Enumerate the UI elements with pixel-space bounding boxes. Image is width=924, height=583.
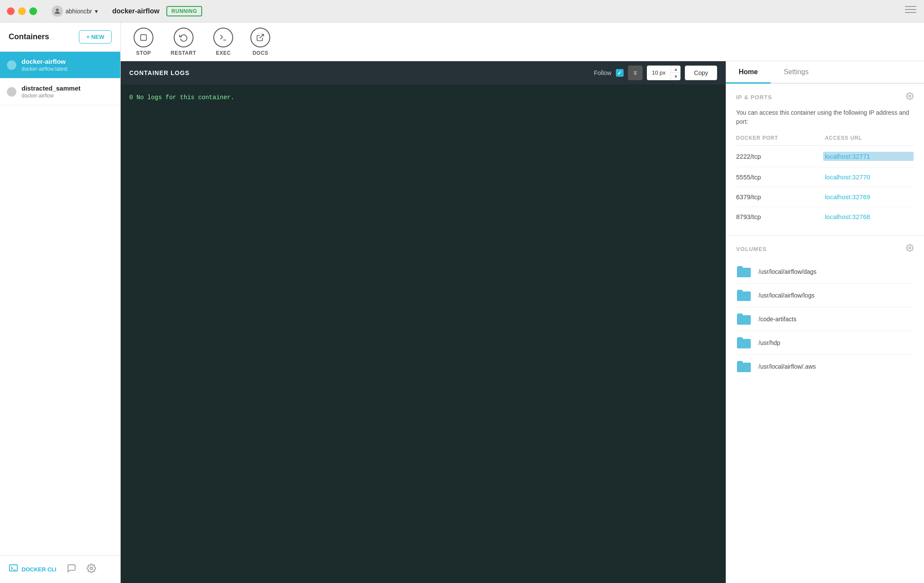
volume-path: /usr/local/airflow/dags <box>759 268 817 275</box>
new-container-button[interactable]: + NEW <box>79 30 112 44</box>
terminal-icon <box>9 564 18 575</box>
right-tabs: Home Settings <box>726 61 924 84</box>
ip-ports-header: IP & PORTS <box>736 92 914 102</box>
volume-item-logs[interactable]: /usr/local/airflow/logs <box>736 284 914 307</box>
access-url-8793[interactable]: localhost:32768 <box>825 213 914 220</box>
logs-panel: CONTAINER LOGS Follow 10 px ▲ ▼ <box>121 61 726 583</box>
svg-point-0 <box>56 9 59 11</box>
folder-icon <box>736 265 752 278</box>
docs-label: DOCS <box>253 50 268 56</box>
docker-port-5555: 5555/tcp <box>736 173 825 181</box>
px-arrows: ▲ ▼ <box>671 66 681 80</box>
avatar <box>52 6 63 17</box>
tab-settings[interactable]: Settings <box>771 61 821 84</box>
volume-path: /usr/hdp <box>759 339 780 346</box>
docker-port-2222: 2222/tcp <box>736 153 823 160</box>
toolbar: STOP RESTART EXEC DOCS <box>121 22 924 61</box>
docker-port-8793: 8793/tcp <box>736 213 825 220</box>
port-row-6379: 6379/tcp localhost:32769 <box>736 187 914 207</box>
settings-icon[interactable] <box>87 564 96 575</box>
logs-toolbar: CONTAINER LOGS Follow 10 px ▲ ▼ <box>121 61 726 85</box>
access-url-5555[interactable]: localhost:32770 <box>825 173 914 181</box>
volume-item-code-artifacts[interactable]: /code-artifacts <box>736 307 914 331</box>
container-name: docker-airflow <box>22 58 68 65</box>
px-up-arrow[interactable]: ▲ <box>671 66 681 73</box>
docker-port-header: DOCKER PORT <box>736 135 825 141</box>
minimize-button[interactable] <box>18 7 26 15</box>
exec-icon <box>213 28 233 47</box>
restart-button[interactable]: RESTART <box>171 28 196 56</box>
volume-item-dags[interactable]: /usr/local/airflow/dags <box>736 260 914 284</box>
scroll-down-button[interactable] <box>628 66 643 80</box>
sidebar-title: Containers <box>9 32 49 41</box>
chevron-down-icon: ▾ <box>95 8 98 15</box>
volume-item-hdp[interactable]: /usr/hdp <box>736 331 914 355</box>
ip-ports-description: You can access this container using the … <box>736 108 914 126</box>
docker-port-6379: 6379/tcp <box>736 193 825 201</box>
px-control[interactable]: 10 px ▲ ▼ <box>647 66 681 80</box>
restart-label: RESTART <box>171 50 196 56</box>
access-url-6379[interactable]: localhost:32769 <box>825 193 914 201</box>
access-url-2222[interactable]: localhost:32771 <box>823 152 914 161</box>
port-row-8793: 8793/tcp localhost:32768 <box>736 207 914 226</box>
tab-home[interactable]: Home <box>726 61 771 84</box>
svg-rect-7 <box>140 34 146 40</box>
folder-icon <box>736 360 752 373</box>
docs-button[interactable]: DOCS <box>250 28 270 56</box>
ports-table: DOCKER PORT ACCESS URL 2222/tcp localhos… <box>736 135 914 226</box>
volumes-header: VOLUMES <box>736 244 914 254</box>
docker-cli-button[interactable]: DOCKER CLI <box>9 564 56 575</box>
right-panel: Home Settings IP & PORTS You can access … <box>726 61 924 583</box>
status-dot-active <box>7 60 16 70</box>
ip-ports-gear-icon[interactable] <box>906 92 914 102</box>
main-content: STOP RESTART EXEC DOCS <box>121 22 924 583</box>
sidebar-header: Containers + NEW <box>0 22 120 52</box>
exec-button[interactable]: EXEC <box>213 28 233 56</box>
svg-rect-3 <box>905 12 916 13</box>
px-value: 10 px <box>647 66 671 80</box>
close-button[interactable] <box>7 7 15 15</box>
docker-cli-label: DOCKER CLI <box>22 566 56 573</box>
volume-item-aws[interactable]: /usr/local/airflow/.aws <box>736 355 914 378</box>
username: abhioncbr <box>66 8 92 15</box>
chat-icon[interactable] <box>67 564 76 575</box>
stop-button[interactable]: STOP <box>134 28 153 56</box>
svg-rect-1 <box>905 6 916 7</box>
volume-path: /code-artifacts <box>759 316 796 323</box>
ip-ports-title: IP & PORTS <box>736 94 772 100</box>
maximize-button[interactable] <box>29 7 37 15</box>
status-dot-inactive <box>7 87 16 97</box>
port-row-5555: 5555/tcp localhost:32770 <box>736 167 914 187</box>
folder-icon <box>736 289 752 302</box>
container-item-distracted-sammet[interactable]: distracted_sammet docker-airflow <box>0 78 120 105</box>
svg-point-10 <box>909 95 911 97</box>
container-list: docker-airflow docker-airflow:latest dis… <box>0 52 120 555</box>
px-down-arrow[interactable]: ▼ <box>671 73 681 80</box>
volumes-gear-icon[interactable] <box>906 244 914 254</box>
copy-button[interactable]: Copy <box>685 66 717 80</box>
running-badge: RUNNING <box>166 6 203 16</box>
volumes-title: VOLUMES <box>736 246 767 252</box>
ip-ports-section: IP & PORTS You can access this container… <box>726 84 924 235</box>
stop-label: STOP <box>136 50 151 56</box>
collapse-icon[interactable] <box>905 5 917 17</box>
svg-line-9 <box>260 34 264 38</box>
volume-path: /usr/local/airflow/.aws <box>759 363 816 370</box>
svg-point-6 <box>90 567 93 570</box>
window-controls <box>7 7 37 15</box>
follow-checkbox[interactable] <box>616 69 624 77</box>
port-row-2222: 2222/tcp localhost:32771 <box>736 146 914 167</box>
container-item-docker-airflow[interactable]: docker-airflow docker-airflow:latest <box>0 52 120 78</box>
sidebar: Containers + NEW docker-airflow docker-a… <box>0 22 121 583</box>
volume-path: /usr/local/airflow/logs <box>759 292 815 299</box>
volumes-section: VOLUMES /usr/local/airflow/dags <box>726 235 924 387</box>
svg-rect-2 <box>905 9 916 10</box>
container-image: docker-airflow <box>22 93 81 99</box>
user-area[interactable]: abhioncbr ▾ <box>47 4 102 19</box>
logs-body: 0 No logs for this container. <box>121 85 726 583</box>
follow-label: Follow <box>594 69 611 76</box>
svg-point-11 <box>909 247 911 249</box>
ports-header: DOCKER PORT ACCESS URL <box>736 135 914 146</box>
exec-label: EXEC <box>216 50 231 56</box>
restart-icon <box>174 28 194 47</box>
